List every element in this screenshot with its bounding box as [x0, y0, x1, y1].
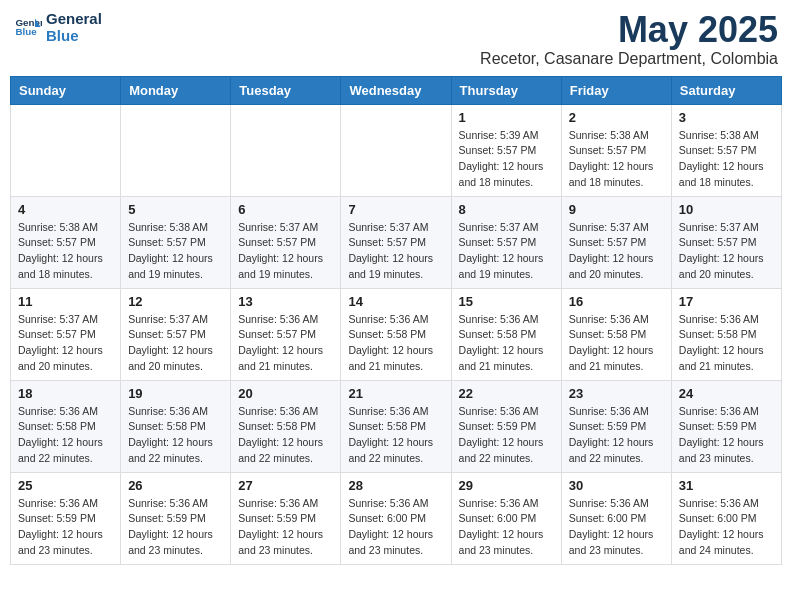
day-info: Sunrise: 5:36 AM Sunset: 5:58 PM Dayligh…: [569, 312, 664, 375]
day-info: Sunrise: 5:37 AM Sunset: 5:57 PM Dayligh…: [348, 220, 443, 283]
day-cell: 3Sunrise: 5:38 AM Sunset: 5:57 PM Daylig…: [671, 104, 781, 196]
day-cell: 17Sunrise: 5:36 AM Sunset: 5:58 PM Dayli…: [671, 288, 781, 380]
day-cell: 2Sunrise: 5:38 AM Sunset: 5:57 PM Daylig…: [561, 104, 671, 196]
calendar-body: 1Sunrise: 5:39 AM Sunset: 5:57 PM Daylig…: [11, 104, 782, 564]
day-info: Sunrise: 5:38 AM Sunset: 5:57 PM Dayligh…: [18, 220, 113, 283]
day-number: 26: [128, 478, 223, 493]
day-cell: 29Sunrise: 5:36 AM Sunset: 6:00 PM Dayli…: [451, 472, 561, 564]
day-number: 5: [128, 202, 223, 217]
calendar-header-row: SundayMondayTuesdayWednesdayThursdayFrid…: [11, 76, 782, 104]
day-number: 9: [569, 202, 664, 217]
day-info: Sunrise: 5:36 AM Sunset: 5:59 PM Dayligh…: [238, 496, 333, 559]
day-number: 7: [348, 202, 443, 217]
day-number: 13: [238, 294, 333, 309]
day-number: 17: [679, 294, 774, 309]
day-cell: 16Sunrise: 5:36 AM Sunset: 5:58 PM Dayli…: [561, 288, 671, 380]
day-cell: 27Sunrise: 5:36 AM Sunset: 5:59 PM Dayli…: [231, 472, 341, 564]
day-number: 21: [348, 386, 443, 401]
day-cell: 13Sunrise: 5:36 AM Sunset: 5:57 PM Dayli…: [231, 288, 341, 380]
day-number: 15: [459, 294, 554, 309]
day-cell: 24Sunrise: 5:36 AM Sunset: 5:59 PM Dayli…: [671, 380, 781, 472]
day-info: Sunrise: 5:36 AM Sunset: 5:59 PM Dayligh…: [18, 496, 113, 559]
day-info: Sunrise: 5:36 AM Sunset: 5:58 PM Dayligh…: [348, 404, 443, 467]
logo-general: General: [46, 10, 102, 27]
day-cell: 8Sunrise: 5:37 AM Sunset: 5:57 PM Daylig…: [451, 196, 561, 288]
day-cell: 31Sunrise: 5:36 AM Sunset: 6:00 PM Dayli…: [671, 472, 781, 564]
day-info: Sunrise: 5:36 AM Sunset: 6:00 PM Dayligh…: [569, 496, 664, 559]
day-cell: 25Sunrise: 5:36 AM Sunset: 5:59 PM Dayli…: [11, 472, 121, 564]
logo-blue: Blue: [46, 27, 102, 44]
day-info: Sunrise: 5:37 AM Sunset: 5:57 PM Dayligh…: [18, 312, 113, 375]
day-cell: 15Sunrise: 5:36 AM Sunset: 5:58 PM Dayli…: [451, 288, 561, 380]
day-info: Sunrise: 5:37 AM Sunset: 5:57 PM Dayligh…: [238, 220, 333, 283]
week-row-2: 4Sunrise: 5:38 AM Sunset: 5:57 PM Daylig…: [11, 196, 782, 288]
day-number: 1: [459, 110, 554, 125]
day-number: 28: [348, 478, 443, 493]
day-cell: 11Sunrise: 5:37 AM Sunset: 5:57 PM Dayli…: [11, 288, 121, 380]
day-info: Sunrise: 5:39 AM Sunset: 5:57 PM Dayligh…: [459, 128, 554, 191]
day-cell: 10Sunrise: 5:37 AM Sunset: 5:57 PM Dayli…: [671, 196, 781, 288]
day-cell: 22Sunrise: 5:36 AM Sunset: 5:59 PM Dayli…: [451, 380, 561, 472]
day-number: 2: [569, 110, 664, 125]
day-number: 6: [238, 202, 333, 217]
day-info: Sunrise: 5:36 AM Sunset: 5:58 PM Dayligh…: [459, 312, 554, 375]
logo: General Blue General Blue: [14, 10, 102, 44]
day-number: 4: [18, 202, 113, 217]
day-number: 19: [128, 386, 223, 401]
day-info: Sunrise: 5:36 AM Sunset: 5:58 PM Dayligh…: [128, 404, 223, 467]
month-title: May 2025: [480, 10, 778, 50]
day-info: Sunrise: 5:36 AM Sunset: 6:00 PM Dayligh…: [679, 496, 774, 559]
weekday-header-tuesday: Tuesday: [231, 76, 341, 104]
day-number: 25: [18, 478, 113, 493]
day-cell: 14Sunrise: 5:36 AM Sunset: 5:58 PM Dayli…: [341, 288, 451, 380]
day-number: 10: [679, 202, 774, 217]
day-info: Sunrise: 5:37 AM Sunset: 5:57 PM Dayligh…: [569, 220, 664, 283]
day-number: 23: [569, 386, 664, 401]
day-cell: 1Sunrise: 5:39 AM Sunset: 5:57 PM Daylig…: [451, 104, 561, 196]
day-info: Sunrise: 5:38 AM Sunset: 5:57 PM Dayligh…: [569, 128, 664, 191]
week-row-1: 1Sunrise: 5:39 AM Sunset: 5:57 PM Daylig…: [11, 104, 782, 196]
day-number: 30: [569, 478, 664, 493]
day-info: Sunrise: 5:36 AM Sunset: 5:59 PM Dayligh…: [679, 404, 774, 467]
day-cell: 6Sunrise: 5:37 AM Sunset: 5:57 PM Daylig…: [231, 196, 341, 288]
day-info: Sunrise: 5:37 AM Sunset: 5:57 PM Dayligh…: [128, 312, 223, 375]
title-area: May 2025 Recetor, Casanare Department, C…: [480, 10, 778, 68]
day-cell: 20Sunrise: 5:36 AM Sunset: 5:58 PM Dayli…: [231, 380, 341, 472]
day-cell: 4Sunrise: 5:38 AM Sunset: 5:57 PM Daylig…: [11, 196, 121, 288]
day-info: Sunrise: 5:36 AM Sunset: 5:58 PM Dayligh…: [348, 312, 443, 375]
day-info: Sunrise: 5:36 AM Sunset: 5:58 PM Dayligh…: [238, 404, 333, 467]
day-cell: 23Sunrise: 5:36 AM Sunset: 5:59 PM Dayli…: [561, 380, 671, 472]
weekday-header-wednesday: Wednesday: [341, 76, 451, 104]
day-cell: 28Sunrise: 5:36 AM Sunset: 6:00 PM Dayli…: [341, 472, 451, 564]
day-cell: 7Sunrise: 5:37 AM Sunset: 5:57 PM Daylig…: [341, 196, 451, 288]
day-number: 14: [348, 294, 443, 309]
week-row-4: 18Sunrise: 5:36 AM Sunset: 5:58 PM Dayli…: [11, 380, 782, 472]
day-cell: 5Sunrise: 5:38 AM Sunset: 5:57 PM Daylig…: [121, 196, 231, 288]
day-cell: 18Sunrise: 5:36 AM Sunset: 5:58 PM Dayli…: [11, 380, 121, 472]
day-info: Sunrise: 5:36 AM Sunset: 5:59 PM Dayligh…: [569, 404, 664, 467]
day-cell: 19Sunrise: 5:36 AM Sunset: 5:58 PM Dayli…: [121, 380, 231, 472]
weekday-header-thursday: Thursday: [451, 76, 561, 104]
week-row-3: 11Sunrise: 5:37 AM Sunset: 5:57 PM Dayli…: [11, 288, 782, 380]
day-number: 29: [459, 478, 554, 493]
day-info: Sunrise: 5:37 AM Sunset: 5:57 PM Dayligh…: [679, 220, 774, 283]
day-info: Sunrise: 5:38 AM Sunset: 5:57 PM Dayligh…: [679, 128, 774, 191]
day-number: 18: [18, 386, 113, 401]
weekday-header-monday: Monday: [121, 76, 231, 104]
day-number: 3: [679, 110, 774, 125]
day-info: Sunrise: 5:38 AM Sunset: 5:57 PM Dayligh…: [128, 220, 223, 283]
day-number: 27: [238, 478, 333, 493]
day-info: Sunrise: 5:36 AM Sunset: 5:58 PM Dayligh…: [679, 312, 774, 375]
day-number: 20: [238, 386, 333, 401]
day-cell: 30Sunrise: 5:36 AM Sunset: 6:00 PM Dayli…: [561, 472, 671, 564]
day-info: Sunrise: 5:36 AM Sunset: 6:00 PM Dayligh…: [348, 496, 443, 559]
day-cell: [231, 104, 341, 196]
header: General Blue General Blue May 2025 Recet…: [10, 10, 782, 68]
day-number: 12: [128, 294, 223, 309]
svg-text:Blue: Blue: [15, 26, 37, 37]
day-info: Sunrise: 5:36 AM Sunset: 6:00 PM Dayligh…: [459, 496, 554, 559]
week-row-5: 25Sunrise: 5:36 AM Sunset: 5:59 PM Dayli…: [11, 472, 782, 564]
day-number: 8: [459, 202, 554, 217]
calendar: SundayMondayTuesdayWednesdayThursdayFrid…: [10, 76, 782, 565]
day-number: 31: [679, 478, 774, 493]
